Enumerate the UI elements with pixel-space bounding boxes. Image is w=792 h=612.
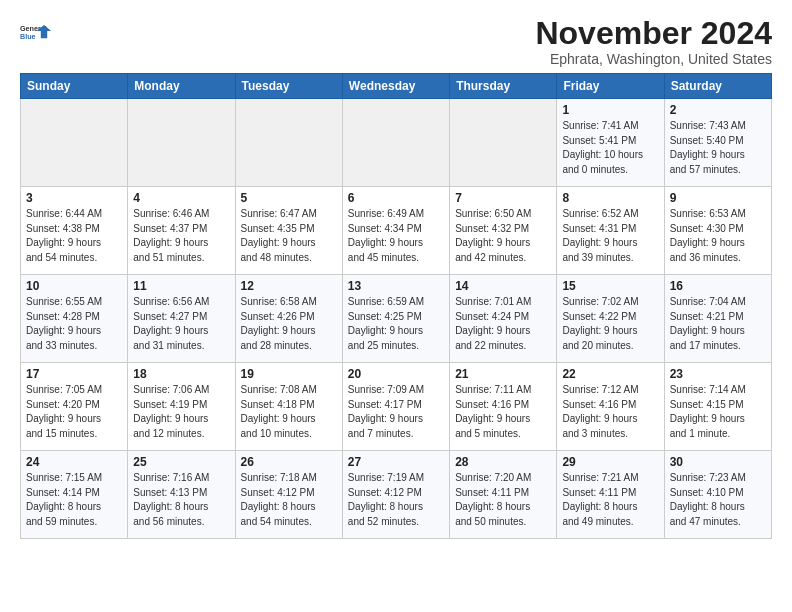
calendar-header-row: Sunday Monday Tuesday Wednesday Thursday… bbox=[21, 74, 772, 99]
day-number: 26 bbox=[241, 455, 337, 469]
page: GeneralBlue November 2024 Ephrata, Washi… bbox=[0, 0, 792, 549]
day-info: Sunrise: 7:08 AM Sunset: 4:18 PM Dayligh… bbox=[241, 383, 337, 441]
calendar-cell: 26Sunrise: 7:18 AM Sunset: 4:12 PM Dayli… bbox=[235, 451, 342, 539]
day-number: 10 bbox=[26, 279, 122, 293]
day-number: 4 bbox=[133, 191, 229, 205]
calendar-cell: 21Sunrise: 7:11 AM Sunset: 4:16 PM Dayli… bbox=[450, 363, 557, 451]
calendar-week-row: 1Sunrise: 7:41 AM Sunset: 5:41 PM Daylig… bbox=[21, 99, 772, 187]
day-number: 14 bbox=[455, 279, 551, 293]
day-number: 12 bbox=[241, 279, 337, 293]
col-tuesday: Tuesday bbox=[235, 74, 342, 99]
day-info: Sunrise: 7:23 AM Sunset: 4:10 PM Dayligh… bbox=[670, 471, 766, 529]
day-number: 2 bbox=[670, 103, 766, 117]
calendar-cell: 12Sunrise: 6:58 AM Sunset: 4:26 PM Dayli… bbox=[235, 275, 342, 363]
day-number: 13 bbox=[348, 279, 444, 293]
day-info: Sunrise: 7:14 AM Sunset: 4:15 PM Dayligh… bbox=[670, 383, 766, 441]
day-info: Sunrise: 6:52 AM Sunset: 4:31 PM Dayligh… bbox=[562, 207, 658, 265]
calendar-cell: 19Sunrise: 7:08 AM Sunset: 4:18 PM Dayli… bbox=[235, 363, 342, 451]
calendar-cell: 16Sunrise: 7:04 AM Sunset: 4:21 PM Dayli… bbox=[664, 275, 771, 363]
day-number: 18 bbox=[133, 367, 229, 381]
calendar-cell: 10Sunrise: 6:55 AM Sunset: 4:28 PM Dayli… bbox=[21, 275, 128, 363]
day-number: 8 bbox=[562, 191, 658, 205]
calendar-week-row: 24Sunrise: 7:15 AM Sunset: 4:14 PM Dayli… bbox=[21, 451, 772, 539]
calendar-cell: 7Sunrise: 6:50 AM Sunset: 4:32 PM Daylig… bbox=[450, 187, 557, 275]
calendar-cell: 27Sunrise: 7:19 AM Sunset: 4:12 PM Dayli… bbox=[342, 451, 449, 539]
day-info: Sunrise: 7:06 AM Sunset: 4:19 PM Dayligh… bbox=[133, 383, 229, 441]
calendar-cell: 2Sunrise: 7:43 AM Sunset: 5:40 PM Daylig… bbox=[664, 99, 771, 187]
day-info: Sunrise: 7:16 AM Sunset: 4:13 PM Dayligh… bbox=[133, 471, 229, 529]
calendar-table: Sunday Monday Tuesday Wednesday Thursday… bbox=[20, 73, 772, 539]
day-number: 30 bbox=[670, 455, 766, 469]
day-info: Sunrise: 7:20 AM Sunset: 4:11 PM Dayligh… bbox=[455, 471, 551, 529]
day-info: Sunrise: 6:55 AM Sunset: 4:28 PM Dayligh… bbox=[26, 295, 122, 353]
day-info: Sunrise: 7:41 AM Sunset: 5:41 PM Dayligh… bbox=[562, 119, 658, 177]
calendar-cell bbox=[128, 99, 235, 187]
day-info: Sunrise: 7:18 AM Sunset: 4:12 PM Dayligh… bbox=[241, 471, 337, 529]
day-number: 9 bbox=[670, 191, 766, 205]
logo: GeneralBlue bbox=[20, 16, 52, 48]
day-info: Sunrise: 6:46 AM Sunset: 4:37 PM Dayligh… bbox=[133, 207, 229, 265]
day-info: Sunrise: 6:44 AM Sunset: 4:38 PM Dayligh… bbox=[26, 207, 122, 265]
calendar-cell: 1Sunrise: 7:41 AM Sunset: 5:41 PM Daylig… bbox=[557, 99, 664, 187]
calendar-cell: 30Sunrise: 7:23 AM Sunset: 4:10 PM Dayli… bbox=[664, 451, 771, 539]
calendar-cell: 14Sunrise: 7:01 AM Sunset: 4:24 PM Dayli… bbox=[450, 275, 557, 363]
day-number: 20 bbox=[348, 367, 444, 381]
calendar-cell bbox=[21, 99, 128, 187]
day-number: 21 bbox=[455, 367, 551, 381]
day-number: 1 bbox=[562, 103, 658, 117]
calendar-cell: 29Sunrise: 7:21 AM Sunset: 4:11 PM Dayli… bbox=[557, 451, 664, 539]
day-number: 22 bbox=[562, 367, 658, 381]
calendar-cell: 24Sunrise: 7:15 AM Sunset: 4:14 PM Dayli… bbox=[21, 451, 128, 539]
day-info: Sunrise: 7:11 AM Sunset: 4:16 PM Dayligh… bbox=[455, 383, 551, 441]
col-thursday: Thursday bbox=[450, 74, 557, 99]
day-number: 29 bbox=[562, 455, 658, 469]
col-sunday: Sunday bbox=[21, 74, 128, 99]
day-info: Sunrise: 6:56 AM Sunset: 4:27 PM Dayligh… bbox=[133, 295, 229, 353]
subtitle: Ephrata, Washington, United States bbox=[535, 51, 772, 67]
day-info: Sunrise: 7:01 AM Sunset: 4:24 PM Dayligh… bbox=[455, 295, 551, 353]
calendar-cell: 3Sunrise: 6:44 AM Sunset: 4:38 PM Daylig… bbox=[21, 187, 128, 275]
calendar-cell: 5Sunrise: 6:47 AM Sunset: 4:35 PM Daylig… bbox=[235, 187, 342, 275]
calendar-cell: 9Sunrise: 6:53 AM Sunset: 4:30 PM Daylig… bbox=[664, 187, 771, 275]
col-monday: Monday bbox=[128, 74, 235, 99]
day-info: Sunrise: 6:47 AM Sunset: 4:35 PM Dayligh… bbox=[241, 207, 337, 265]
day-info: Sunrise: 7:04 AM Sunset: 4:21 PM Dayligh… bbox=[670, 295, 766, 353]
header: GeneralBlue November 2024 Ephrata, Washi… bbox=[20, 16, 772, 67]
day-info: Sunrise: 6:58 AM Sunset: 4:26 PM Dayligh… bbox=[241, 295, 337, 353]
day-info: Sunrise: 7:05 AM Sunset: 4:20 PM Dayligh… bbox=[26, 383, 122, 441]
main-title: November 2024 bbox=[535, 16, 772, 51]
day-info: Sunrise: 6:49 AM Sunset: 4:34 PM Dayligh… bbox=[348, 207, 444, 265]
day-number: 3 bbox=[26, 191, 122, 205]
day-number: 11 bbox=[133, 279, 229, 293]
title-block: November 2024 Ephrata, Washington, Unite… bbox=[535, 16, 772, 67]
calendar-cell bbox=[235, 99, 342, 187]
day-number: 16 bbox=[670, 279, 766, 293]
calendar-cell: 13Sunrise: 6:59 AM Sunset: 4:25 PM Dayli… bbox=[342, 275, 449, 363]
day-number: 19 bbox=[241, 367, 337, 381]
svg-text:Blue: Blue bbox=[20, 32, 36, 41]
day-info: Sunrise: 6:53 AM Sunset: 4:30 PM Dayligh… bbox=[670, 207, 766, 265]
calendar-cell: 23Sunrise: 7:14 AM Sunset: 4:15 PM Dayli… bbox=[664, 363, 771, 451]
day-info: Sunrise: 7:15 AM Sunset: 4:14 PM Dayligh… bbox=[26, 471, 122, 529]
day-number: 6 bbox=[348, 191, 444, 205]
day-info: Sunrise: 7:12 AM Sunset: 4:16 PM Dayligh… bbox=[562, 383, 658, 441]
day-info: Sunrise: 7:19 AM Sunset: 4:12 PM Dayligh… bbox=[348, 471, 444, 529]
day-info: Sunrise: 7:09 AM Sunset: 4:17 PM Dayligh… bbox=[348, 383, 444, 441]
day-info: Sunrise: 6:59 AM Sunset: 4:25 PM Dayligh… bbox=[348, 295, 444, 353]
calendar-cell: 25Sunrise: 7:16 AM Sunset: 4:13 PM Dayli… bbox=[128, 451, 235, 539]
calendar-cell: 17Sunrise: 7:05 AM Sunset: 4:20 PM Dayli… bbox=[21, 363, 128, 451]
day-number: 24 bbox=[26, 455, 122, 469]
col-saturday: Saturday bbox=[664, 74, 771, 99]
calendar-cell: 8Sunrise: 6:52 AM Sunset: 4:31 PM Daylig… bbox=[557, 187, 664, 275]
calendar-cell: 20Sunrise: 7:09 AM Sunset: 4:17 PM Dayli… bbox=[342, 363, 449, 451]
logo-icon: GeneralBlue bbox=[20, 16, 52, 48]
calendar-week-row: 10Sunrise: 6:55 AM Sunset: 4:28 PM Dayli… bbox=[21, 275, 772, 363]
day-info: Sunrise: 6:50 AM Sunset: 4:32 PM Dayligh… bbox=[455, 207, 551, 265]
calendar-week-row: 17Sunrise: 7:05 AM Sunset: 4:20 PM Dayli… bbox=[21, 363, 772, 451]
day-number: 7 bbox=[455, 191, 551, 205]
calendar-cell bbox=[342, 99, 449, 187]
calendar-cell: 4Sunrise: 6:46 AM Sunset: 4:37 PM Daylig… bbox=[128, 187, 235, 275]
day-info: Sunrise: 7:43 AM Sunset: 5:40 PM Dayligh… bbox=[670, 119, 766, 177]
day-info: Sunrise: 7:02 AM Sunset: 4:22 PM Dayligh… bbox=[562, 295, 658, 353]
calendar-cell bbox=[450, 99, 557, 187]
